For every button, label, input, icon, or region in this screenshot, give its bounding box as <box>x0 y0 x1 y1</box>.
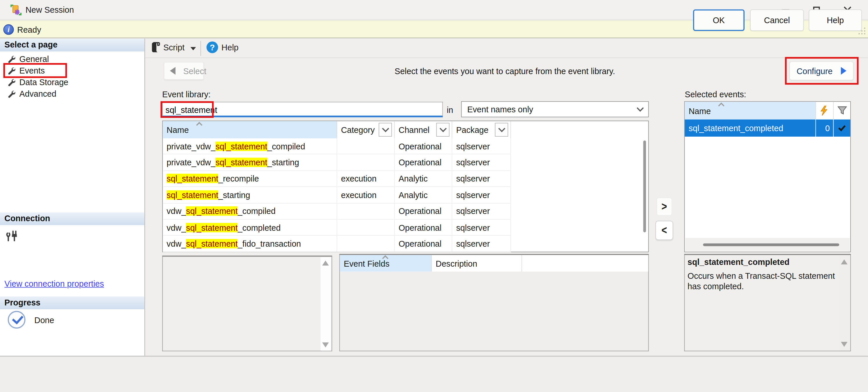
spacer-column-header <box>511 121 641 138</box>
session-app-icon <box>10 4 22 15</box>
event-library-label: Event library: <box>162 90 211 99</box>
package-column-header[interactable]: Package <box>452 121 511 138</box>
actions-column-header[interactable] <box>816 102 834 120</box>
selected-events-label: Selected events: <box>685 90 746 99</box>
chevron-down-icon <box>637 104 644 111</box>
check-icon <box>838 123 846 131</box>
back-arrow-icon <box>170 67 176 75</box>
done-check-icon <box>8 311 26 329</box>
lightning-icon <box>820 106 828 116</box>
filter-funnel-icon <box>838 106 847 115</box>
status-text: Ready <box>17 25 41 34</box>
wrench-icon <box>8 55 16 63</box>
script-dropdown-caret-icon[interactable] <box>190 47 196 50</box>
script-button[interactable]: Script <box>163 42 185 52</box>
scroll-up-icon[interactable] <box>841 259 847 264</box>
search-scope-dropdown[interactable]: Event names only <box>461 101 649 117</box>
selected-events-header: Name <box>685 102 850 120</box>
progress-status-row: Done <box>8 311 54 329</box>
progress-status-text: Done <box>34 315 54 324</box>
category-column-header[interactable]: Category <box>337 121 395 138</box>
connection-header: Connection <box>0 213 145 225</box>
table-row[interactable]: vdw_sql_statement_fido_transaction Opera… <box>163 236 511 252</box>
chevron-down-icon <box>382 125 389 132</box>
chevron-right-icon: > <box>661 200 667 214</box>
event-description-panel: sql_statement_completed Occurs when a Tr… <box>684 254 851 351</box>
connection-icon <box>6 230 20 242</box>
cancel-button[interactable]: Cancel <box>750 9 804 31</box>
scrollbar-thumb[interactable] <box>643 140 646 232</box>
scrollbar-thumb[interactable] <box>703 243 839 247</box>
scroll-down-icon[interactable] <box>322 342 329 348</box>
view-connection-properties-link[interactable]: View connection properties <box>4 279 104 288</box>
sort-asc-icon <box>196 122 203 128</box>
package-filter-button[interactable] <box>495 123 508 137</box>
toolbar-help-button[interactable]: Help <box>221 42 239 52</box>
description-column-header[interactable]: Description <box>432 255 522 271</box>
spacer-column-header <box>522 255 648 271</box>
add-event-button[interactable]: > <box>656 197 672 216</box>
help-icon <box>207 41 218 53</box>
ok-button[interactable]: OK <box>693 9 745 31</box>
sidebar-item-label: Advanced <box>20 89 56 98</box>
event-fields-column-header[interactable]: Event Fields <box>340 255 432 271</box>
event-table-header: Name Category Channel Package <box>163 121 641 138</box>
channel-column-header[interactable]: Channel <box>395 121 452 138</box>
vertical-scrollbar[interactable] <box>320 257 331 351</box>
channel-filter-button[interactable] <box>436 123 450 137</box>
name-column-header[interactable]: Name <box>163 121 337 138</box>
table-row[interactable]: vdw_sql_statement_completed Operational … <box>163 220 511 236</box>
sidebar-item-data-storage[interactable]: Data Storage <box>0 76 145 88</box>
selected-events-table: Name sql_statement_completed 0 <box>684 101 851 253</box>
event-table-body: private_vdw_sql_statement_compiled Opera… <box>163 138 641 253</box>
sidebar-item-label: General <box>20 54 49 63</box>
selected-event-action-count: 0 <box>816 120 834 137</box>
event-library-table: Name Category Channel Package pr <box>162 121 649 253</box>
info-icon <box>3 24 13 35</box>
events-page-content: Select Select the events you want to cap… <box>145 59 868 356</box>
screenshot-viewport: New Session Ready Select a page General … <box>0 0 868 392</box>
in-label: in <box>447 105 453 115</box>
selected-event-name: sql_statement_completed <box>685 120 816 137</box>
sidebar-item-label: Data Storage <box>20 77 68 87</box>
table-row[interactable]: sql_statement_starting execution Analyti… <box>163 187 511 203</box>
scroll-down-icon[interactable] <box>841 342 847 347</box>
name-column-header[interactable]: Name <box>685 102 816 120</box>
scroll-up-icon[interactable] <box>322 261 329 265</box>
select-button-label: Select <box>183 66 206 75</box>
sidebar-item-advanced[interactable]: Advanced <box>0 88 145 100</box>
filter-column-header[interactable] <box>834 102 850 120</box>
event-description-title: sql_statement_completed <box>687 257 789 266</box>
event-table-vertical-scrollbar[interactable] <box>642 123 647 250</box>
configure-annotation-box <box>785 57 859 85</box>
selected-event-filter-check[interactable] <box>834 120 850 137</box>
help-button[interactable]: Help <box>809 9 862 31</box>
select-back-button[interactable]: Select <box>164 62 204 79</box>
footer <box>0 357 868 392</box>
toolbar-separator <box>200 41 201 56</box>
event-fields-header: Event Fields Description <box>340 255 648 271</box>
sort-asc-icon <box>718 102 724 109</box>
table-row[interactable]: private_vdw_sql_statement_starting Opera… <box>163 155 511 171</box>
resize-grip[interactable] <box>858 28 865 34</box>
progress-header: Progress <box>0 296 145 309</box>
dialog-toolbar: Script Help <box>145 39 868 58</box>
script-icon <box>151 42 160 53</box>
vertical-scrollbar[interactable] <box>839 256 849 350</box>
wrench-icon <box>8 90 16 98</box>
remove-event-button[interactable]: < <box>655 221 673 240</box>
search-text-annotation-box <box>160 101 214 118</box>
chevron-down-icon <box>498 125 505 132</box>
selected-events-horizontal-scrollbar[interactable] <box>685 238 849 251</box>
event-description-text: Occurs when a Transact-SQL statement has… <box>687 270 836 292</box>
new-session-dialog: New Session Ready Select a page General … <box>0 0 868 392</box>
table-row[interactable]: private_vdw_sql_statement_compiled Opera… <box>163 138 511 155</box>
table-row[interactable]: sql_statement_recompile execution Analyt… <box>163 171 511 187</box>
wrench-icon <box>8 78 16 86</box>
event-detail-empty-panel <box>162 256 332 352</box>
window-title: New Session <box>26 5 74 14</box>
instruction-text: Select the events you want to capture fr… <box>311 66 699 75</box>
table-row[interactable]: vdw_sql_statement_compiled Operational s… <box>163 203 511 220</box>
selected-event-row[interactable]: sql_statement_completed 0 <box>685 120 850 137</box>
category-filter-button[interactable] <box>379 123 392 137</box>
